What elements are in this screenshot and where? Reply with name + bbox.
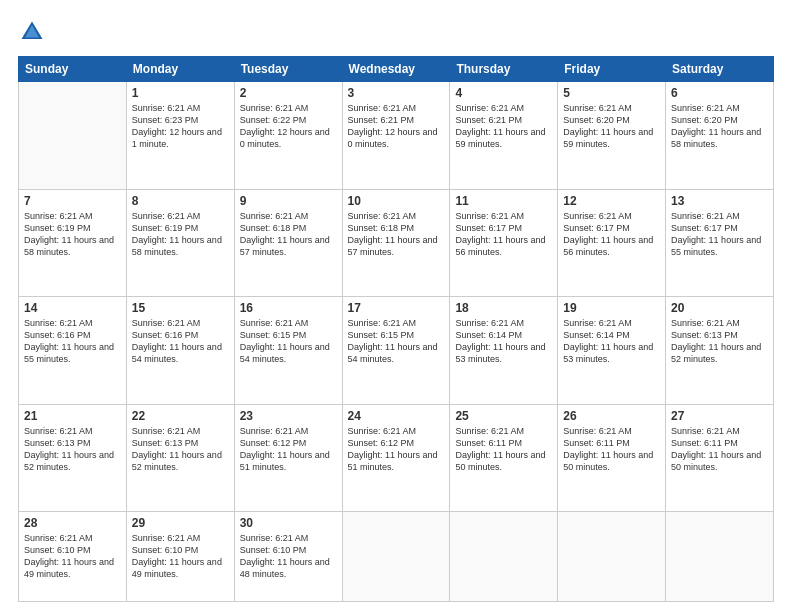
day-info: Sunrise: 6:21 AMSunset: 6:22 PMDaylight:… — [240, 102, 337, 151]
calendar-cell — [450, 512, 558, 602]
calendar-cell: 24Sunrise: 6:21 AMSunset: 6:12 PMDayligh… — [342, 404, 450, 512]
calendar-cell: 6Sunrise: 6:21 AMSunset: 6:20 PMDaylight… — [666, 82, 774, 190]
weekday-header-saturday: Saturday — [666, 57, 774, 82]
calendar-cell: 19Sunrise: 6:21 AMSunset: 6:14 PMDayligh… — [558, 297, 666, 405]
day-info: Sunrise: 6:21 AMSunset: 6:11 PMDaylight:… — [455, 425, 552, 474]
calendar-cell: 25Sunrise: 6:21 AMSunset: 6:11 PMDayligh… — [450, 404, 558, 512]
day-number: 24 — [348, 409, 445, 423]
day-number: 22 — [132, 409, 229, 423]
calendar-week-5: 28Sunrise: 6:21 AMSunset: 6:10 PMDayligh… — [19, 512, 774, 602]
calendar-week-4: 21Sunrise: 6:21 AMSunset: 6:13 PMDayligh… — [19, 404, 774, 512]
day-info: Sunrise: 6:21 AMSunset: 6:11 PMDaylight:… — [563, 425, 660, 474]
calendar-table: SundayMondayTuesdayWednesdayThursdayFrid… — [18, 56, 774, 602]
day-number: 12 — [563, 194, 660, 208]
calendar-cell: 2Sunrise: 6:21 AMSunset: 6:22 PMDaylight… — [234, 82, 342, 190]
day-info: Sunrise: 6:21 AMSunset: 6:15 PMDaylight:… — [348, 317, 445, 366]
calendar-body: 1Sunrise: 6:21 AMSunset: 6:23 PMDaylight… — [19, 82, 774, 602]
logo-icon — [18, 18, 46, 46]
day-number: 8 — [132, 194, 229, 208]
day-number: 25 — [455, 409, 552, 423]
day-number: 4 — [455, 86, 552, 100]
day-info: Sunrise: 6:21 AMSunset: 6:17 PMDaylight:… — [455, 210, 552, 259]
day-number: 27 — [671, 409, 768, 423]
calendar: SundayMondayTuesdayWednesdayThursdayFrid… — [18, 56, 774, 602]
day-info: Sunrise: 6:21 AMSunset: 6:12 PMDaylight:… — [348, 425, 445, 474]
day-info: Sunrise: 6:21 AMSunset: 6:18 PMDaylight:… — [348, 210, 445, 259]
day-number: 30 — [240, 516, 337, 530]
day-number: 17 — [348, 301, 445, 315]
calendar-cell — [666, 512, 774, 602]
day-info: Sunrise: 6:21 AMSunset: 6:16 PMDaylight:… — [132, 317, 229, 366]
day-number: 26 — [563, 409, 660, 423]
day-number: 18 — [455, 301, 552, 315]
calendar-cell: 18Sunrise: 6:21 AMSunset: 6:14 PMDayligh… — [450, 297, 558, 405]
day-number: 2 — [240, 86, 337, 100]
day-number: 28 — [24, 516, 121, 530]
calendar-cell: 27Sunrise: 6:21 AMSunset: 6:11 PMDayligh… — [666, 404, 774, 512]
calendar-cell: 14Sunrise: 6:21 AMSunset: 6:16 PMDayligh… — [19, 297, 127, 405]
calendar-cell: 16Sunrise: 6:21 AMSunset: 6:15 PMDayligh… — [234, 297, 342, 405]
day-number: 23 — [240, 409, 337, 423]
day-number: 21 — [24, 409, 121, 423]
calendar-cell: 26Sunrise: 6:21 AMSunset: 6:11 PMDayligh… — [558, 404, 666, 512]
calendar-week-3: 14Sunrise: 6:21 AMSunset: 6:16 PMDayligh… — [19, 297, 774, 405]
day-info: Sunrise: 6:21 AMSunset: 6:11 PMDaylight:… — [671, 425, 768, 474]
calendar-header: SundayMondayTuesdayWednesdayThursdayFrid… — [19, 57, 774, 82]
calendar-cell: 10Sunrise: 6:21 AMSunset: 6:18 PMDayligh… — [342, 189, 450, 297]
calendar-week-1: 1Sunrise: 6:21 AMSunset: 6:23 PMDaylight… — [19, 82, 774, 190]
weekday-header-monday: Monday — [126, 57, 234, 82]
calendar-cell: 8Sunrise: 6:21 AMSunset: 6:19 PMDaylight… — [126, 189, 234, 297]
day-info: Sunrise: 6:21 AMSunset: 6:21 PMDaylight:… — [455, 102, 552, 151]
day-info: Sunrise: 6:21 AMSunset: 6:20 PMDaylight:… — [671, 102, 768, 151]
weekday-row: SundayMondayTuesdayWednesdayThursdayFrid… — [19, 57, 774, 82]
calendar-cell: 29Sunrise: 6:21 AMSunset: 6:10 PMDayligh… — [126, 512, 234, 602]
calendar-cell: 20Sunrise: 6:21 AMSunset: 6:13 PMDayligh… — [666, 297, 774, 405]
weekday-header-wednesday: Wednesday — [342, 57, 450, 82]
day-number: 6 — [671, 86, 768, 100]
day-info: Sunrise: 6:21 AMSunset: 6:14 PMDaylight:… — [563, 317, 660, 366]
calendar-cell — [19, 82, 127, 190]
calendar-cell: 28Sunrise: 6:21 AMSunset: 6:10 PMDayligh… — [19, 512, 127, 602]
day-number: 10 — [348, 194, 445, 208]
calendar-cell: 22Sunrise: 6:21 AMSunset: 6:13 PMDayligh… — [126, 404, 234, 512]
weekday-header-thursday: Thursday — [450, 57, 558, 82]
page: SundayMondayTuesdayWednesdayThursdayFrid… — [0, 0, 792, 612]
calendar-cell: 5Sunrise: 6:21 AMSunset: 6:20 PMDaylight… — [558, 82, 666, 190]
calendar-cell: 4Sunrise: 6:21 AMSunset: 6:21 PMDaylight… — [450, 82, 558, 190]
day-number: 13 — [671, 194, 768, 208]
calendar-cell: 7Sunrise: 6:21 AMSunset: 6:19 PMDaylight… — [19, 189, 127, 297]
day-info: Sunrise: 6:21 AMSunset: 6:21 PMDaylight:… — [348, 102, 445, 151]
day-info: Sunrise: 6:21 AMSunset: 6:19 PMDaylight:… — [132, 210, 229, 259]
calendar-cell: 13Sunrise: 6:21 AMSunset: 6:17 PMDayligh… — [666, 189, 774, 297]
logo — [18, 18, 50, 46]
calendar-cell: 3Sunrise: 6:21 AMSunset: 6:21 PMDaylight… — [342, 82, 450, 190]
calendar-cell: 21Sunrise: 6:21 AMSunset: 6:13 PMDayligh… — [19, 404, 127, 512]
day-number: 7 — [24, 194, 121, 208]
day-info: Sunrise: 6:21 AMSunset: 6:13 PMDaylight:… — [671, 317, 768, 366]
day-info: Sunrise: 6:21 AMSunset: 6:23 PMDaylight:… — [132, 102, 229, 151]
calendar-cell: 1Sunrise: 6:21 AMSunset: 6:23 PMDaylight… — [126, 82, 234, 190]
day-info: Sunrise: 6:21 AMSunset: 6:10 PMDaylight:… — [240, 532, 337, 581]
day-number: 19 — [563, 301, 660, 315]
day-number: 1 — [132, 86, 229, 100]
day-number: 20 — [671, 301, 768, 315]
day-number: 3 — [348, 86, 445, 100]
header — [18, 18, 774, 46]
weekday-header-tuesday: Tuesday — [234, 57, 342, 82]
calendar-cell: 23Sunrise: 6:21 AMSunset: 6:12 PMDayligh… — [234, 404, 342, 512]
day-info: Sunrise: 6:21 AMSunset: 6:20 PMDaylight:… — [563, 102, 660, 151]
calendar-cell: 11Sunrise: 6:21 AMSunset: 6:17 PMDayligh… — [450, 189, 558, 297]
day-number: 15 — [132, 301, 229, 315]
day-info: Sunrise: 6:21 AMSunset: 6:13 PMDaylight:… — [24, 425, 121, 474]
day-info: Sunrise: 6:21 AMSunset: 6:18 PMDaylight:… — [240, 210, 337, 259]
weekday-header-sunday: Sunday — [19, 57, 127, 82]
calendar-cell: 30Sunrise: 6:21 AMSunset: 6:10 PMDayligh… — [234, 512, 342, 602]
calendar-cell — [342, 512, 450, 602]
day-info: Sunrise: 6:21 AMSunset: 6:16 PMDaylight:… — [24, 317, 121, 366]
calendar-cell: 15Sunrise: 6:21 AMSunset: 6:16 PMDayligh… — [126, 297, 234, 405]
calendar-cell: 9Sunrise: 6:21 AMSunset: 6:18 PMDaylight… — [234, 189, 342, 297]
day-number: 11 — [455, 194, 552, 208]
calendar-cell: 12Sunrise: 6:21 AMSunset: 6:17 PMDayligh… — [558, 189, 666, 297]
day-number: 9 — [240, 194, 337, 208]
weekday-header-friday: Friday — [558, 57, 666, 82]
